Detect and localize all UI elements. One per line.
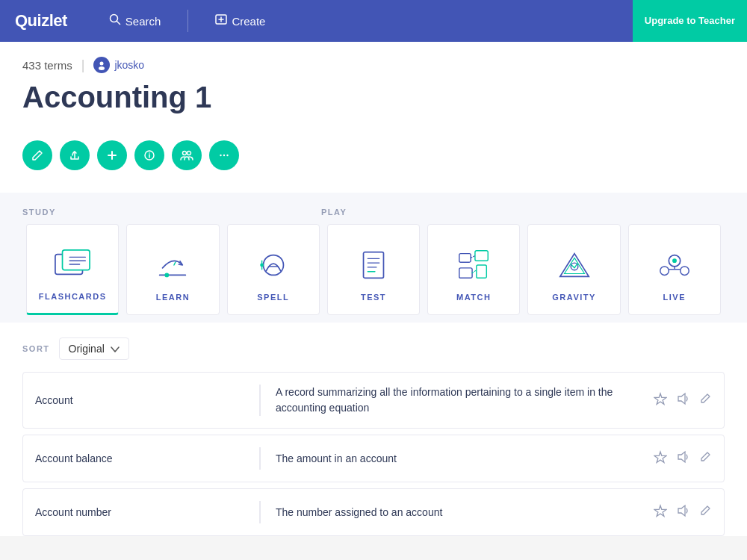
edit-icon[interactable]: [698, 392, 712, 408]
svg-point-14: [220, 155, 221, 156]
live-icon: [656, 246, 693, 284]
info-button[interactable]: [134, 140, 164, 170]
star-icon[interactable]: [654, 392, 667, 408]
flashcards-card[interactable]: FLASHCARDS: [26, 224, 119, 315]
header-nav: Search Create: [97, 7, 278, 34]
term-divider: [259, 501, 261, 523]
group-button[interactable]: [172, 140, 202, 170]
main-content: 433 terms | jkosko Accounting 1: [0, 42, 747, 536]
create-icon: [215, 13, 227, 28]
spell-icon: [255, 246, 292, 284]
svg-marker-48: [678, 452, 685, 462]
match-card[interactable]: MATCH: [427, 224, 520, 315]
live-label: LIVE: [663, 293, 686, 302]
table-row: Account number The number assigned to an…: [22, 488, 725, 536]
star-icon[interactable]: [654, 504, 667, 520]
sort-label: SORT: [22, 344, 50, 353]
terms-list: Account A record summarizing all the inf…: [0, 372, 747, 536]
svg-point-42: [660, 267, 669, 276]
play-section-label: PLAY: [321, 208, 725, 217]
add-button[interactable]: [97, 140, 127, 170]
breadcrumb: 433 terms | jkosko: [0, 42, 747, 81]
user-link[interactable]: jkosko: [93, 57, 144, 73]
sort-value: Original: [69, 343, 105, 355]
flashcards-label: FLASHCARDS: [39, 292, 107, 301]
table-row: Account balance The amount in an account: [22, 435, 725, 482]
svg-marker-49: [678, 505, 685, 516]
svg-point-24: [263, 255, 283, 276]
gravity-icon: [556, 246, 593, 284]
term-word: Account number: [35, 506, 259, 518]
term-definition: The number assigned to an account: [276, 505, 642, 520]
page-title: Accounting 1: [22, 81, 725, 113]
logo[interactable]: Quizlet: [15, 11, 67, 31]
search-nav-item[interactable]: Search: [97, 7, 173, 34]
upgrade-line1: Upgrade to: [645, 15, 696, 28]
svg-line-1: [117, 22, 120, 25]
audio-icon[interactable]: [676, 450, 689, 467]
svg-point-15: [223, 155, 225, 156]
more-button[interactable]: [209, 140, 239, 170]
flashcards-icon: [54, 246, 91, 283]
gravity-card[interactable]: GRAVITY: [527, 224, 620, 315]
edit-icon[interactable]: [698, 450, 712, 467]
spell-card[interactable]: SPELL: [227, 224, 320, 315]
create-label: Create: [232, 15, 265, 28]
test-icon: [355, 246, 392, 284]
search-icon: [109, 13, 121, 28]
svg-rect-28: [364, 252, 384, 279]
upgrade-button[interactable]: Upgrade to Teacher: [633, 0, 747, 42]
live-card[interactable]: LIVE: [628, 224, 721, 315]
match-label: MATCH: [456, 293, 491, 302]
svg-rect-18: [63, 250, 90, 270]
header: Quizlet Search Create Upgrade t: [0, 0, 747, 42]
learn-label: LEARN: [156, 293, 190, 302]
username: jkosko: [114, 59, 144, 71]
edit-icon[interactable]: [698, 504, 712, 520]
learn-card[interactable]: LEARN: [126, 224, 219, 315]
chevron-down-icon: [111, 343, 120, 355]
term-divider: [259, 385, 261, 416]
test-label: TEST: [361, 293, 386, 302]
term-divider: [259, 447, 261, 470]
svg-rect-34: [475, 251, 488, 261]
search-label: Search: [125, 15, 161, 28]
edit-button[interactable]: [22, 140, 52, 170]
term-word: Account balance: [35, 452, 259, 464]
header-divider: [187, 10, 188, 32]
share-button[interactable]: [60, 140, 90, 170]
svg-point-5: [100, 62, 104, 66]
section-labels: STUDY PLAY: [22, 208, 725, 217]
spell-label: SPELL: [257, 293, 289, 302]
svg-point-13: [187, 152, 191, 155]
svg-rect-36: [477, 265, 486, 278]
svg-point-6: [99, 66, 105, 70]
test-card[interactable]: TEST: [327, 224, 420, 315]
star-icon[interactable]: [654, 450, 667, 467]
action-buttons: [0, 140, 747, 193]
term-word: Account: [35, 394, 259, 406]
sort-select[interactable]: Original: [59, 337, 129, 360]
study-section: STUDY PLAY FLASHCARDS: [0, 193, 747, 323]
match-icon: [455, 246, 492, 284]
table-row: Account A record summarizing all the inf…: [22, 372, 725, 429]
sort-area: SORT Original: [0, 323, 747, 372]
svg-rect-33: [459, 254, 471, 263]
create-nav-item[interactable]: Create: [203, 7, 277, 34]
svg-point-12: [183, 152, 187, 155]
audio-icon[interactable]: [676, 504, 689, 520]
audio-icon[interactable]: [676, 392, 689, 408]
term-definition: A record summarizing all the information…: [276, 385, 642, 416]
avatar: [93, 57, 110, 73]
svg-point-11: [149, 152, 150, 154]
breadcrumb-separator: |: [81, 57, 85, 73]
learn-icon: [154, 246, 191, 284]
term-definition: The amount in an account: [276, 451, 642, 467]
svg-rect-35: [459, 268, 472, 278]
svg-point-41: [672, 258, 677, 263]
title-area: Accounting 1: [0, 81, 747, 140]
svg-marker-47: [678, 393, 685, 404]
term-actions: [654, 450, 712, 467]
term-actions: [654, 504, 712, 520]
study-cards: FLASHCARDS LEARN: [22, 217, 725, 323]
